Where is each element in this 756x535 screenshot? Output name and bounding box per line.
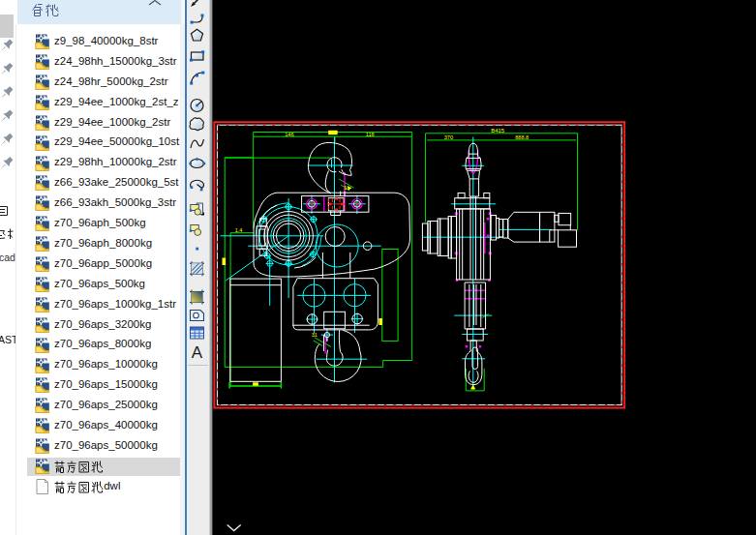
svg-text:A: A	[192, 343, 203, 362]
svg-text:888.8: 888.8	[515, 134, 529, 140]
svg-text:cad: cad	[0, 252, 15, 263]
svg-text:146: 146	[285, 132, 293, 137]
svg-text:1.4: 1.4	[234, 227, 242, 233]
svg-text:31: 31	[311, 332, 317, 338]
svg-text:B415: B415	[491, 128, 505, 134]
svg-text:AST: AST	[0, 334, 15, 345]
svg-text:1: 1	[344, 186, 347, 192]
svg-text:370: 370	[443, 134, 452, 140]
svg-text:118: 118	[365, 132, 374, 137]
